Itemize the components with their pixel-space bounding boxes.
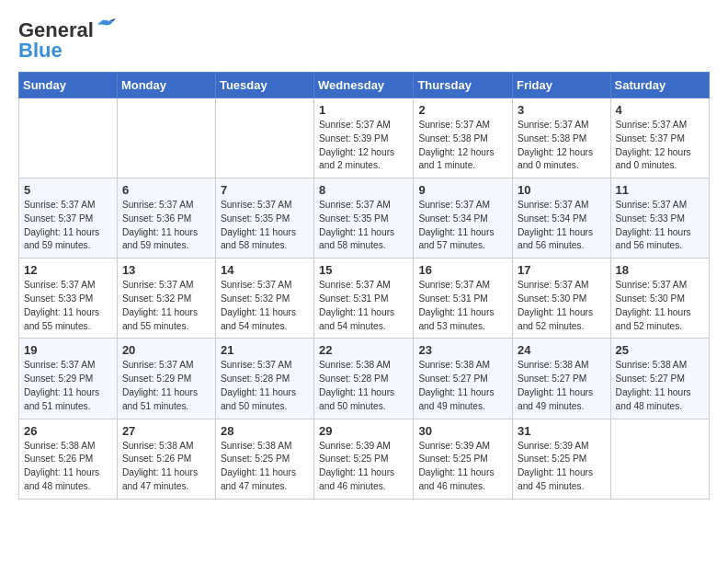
day-number: 28 [221,424,309,438]
calendar-header-row: SundayMondayTuesdayWednesdayThursdayFrid… [19,73,710,98]
day-number: 18 [616,263,704,277]
day-info: Sunrise: 5:37 AM Sunset: 5:38 PM Dayligh… [418,119,507,173]
calendar-cell [215,98,313,178]
calendar-cell: 24Sunrise: 5:38 AM Sunset: 5:27 PM Dayli… [512,339,610,419]
calendar-table: SundayMondayTuesdayWednesdayThursdayFrid… [18,72,710,500]
calendar-cell [117,98,215,178]
calendar-cell: 25Sunrise: 5:38 AM Sunset: 5:27 PM Dayli… [610,339,709,419]
day-number: 30 [418,424,507,438]
calendar-cell: 16Sunrise: 5:37 AM Sunset: 5:31 PM Dayli… [414,259,513,339]
day-info: Sunrise: 5:38 AM Sunset: 5:26 PM Dayligh… [122,440,210,494]
calendar-cell: 10Sunrise: 5:37 AM Sunset: 5:34 PM Dayli… [512,178,610,259]
day-number: 20 [122,343,210,357]
day-info: Sunrise: 5:37 AM Sunset: 5:30 PM Dayligh… [518,279,606,333]
day-number: 24 [518,343,606,357]
calendar-cell: 4Sunrise: 5:37 AM Sunset: 5:37 PM Daylig… [610,98,709,178]
day-info: Sunrise: 5:38 AM Sunset: 5:26 PM Dayligh… [24,440,112,494]
logo-bird-icon [96,17,116,34]
day-number: 26 [24,424,112,438]
day-number: 12 [24,263,112,277]
day-info: Sunrise: 5:38 AM Sunset: 5:25 PM Dayligh… [221,440,309,494]
calendar-cell: 1Sunrise: 5:37 AM Sunset: 5:39 PM Daylig… [314,98,414,178]
weekday-header-tuesday: Tuesday [215,73,313,98]
calendar-week-row: 5Sunrise: 5:37 AM Sunset: 5:37 PM Daylig… [19,178,710,259]
day-info: Sunrise: 5:37 AM Sunset: 5:31 PM Dayligh… [418,279,507,333]
calendar-cell: 13Sunrise: 5:37 AM Sunset: 5:32 PM Dayli… [117,259,215,339]
day-info: Sunrise: 5:39 AM Sunset: 5:25 PM Dayligh… [418,440,507,494]
day-number: 7 [221,183,309,197]
weekday-header-friday: Friday [512,73,610,98]
day-info: Sunrise: 5:37 AM Sunset: 5:33 PM Dayligh… [616,199,704,253]
calendar-cell: 3Sunrise: 5:37 AM Sunset: 5:38 PM Daylig… [512,98,610,178]
day-number: 15 [319,263,408,277]
calendar-cell: 18Sunrise: 5:37 AM Sunset: 5:30 PM Dayli… [610,259,709,339]
weekday-header-monday: Monday [117,73,215,98]
day-info: Sunrise: 5:37 AM Sunset: 5:32 PM Dayligh… [221,279,309,333]
day-info: Sunrise: 5:37 AM Sunset: 5:33 PM Dayligh… [24,279,112,333]
day-info: Sunrise: 5:38 AM Sunset: 5:27 PM Dayligh… [616,359,704,413]
day-number: 25 [616,343,704,357]
calendar-cell: 11Sunrise: 5:37 AM Sunset: 5:33 PM Dayli… [610,178,709,259]
day-number: 17 [518,263,606,277]
day-info: Sunrise: 5:38 AM Sunset: 5:28 PM Dayligh… [319,359,408,413]
calendar-cell: 12Sunrise: 5:37 AM Sunset: 5:33 PM Dayli… [19,259,118,339]
day-number: 6 [122,183,210,197]
day-info: Sunrise: 5:37 AM Sunset: 5:35 PM Dayligh… [319,199,408,253]
day-number: 8 [319,183,408,197]
day-number: 27 [122,424,210,438]
day-info: Sunrise: 5:37 AM Sunset: 5:28 PM Dayligh… [221,359,309,413]
day-info: Sunrise: 5:39 AM Sunset: 5:25 PM Dayligh… [518,440,606,494]
calendar-cell [610,419,709,499]
calendar-cell: 9Sunrise: 5:37 AM Sunset: 5:34 PM Daylig… [414,178,513,259]
weekday-header-wednesday: Wednesday [314,73,414,98]
logo: General Blue [18,18,116,63]
day-number: 5 [24,183,112,197]
calendar-cell: 14Sunrise: 5:37 AM Sunset: 5:32 PM Dayli… [215,259,313,339]
calendar-cell: 20Sunrise: 5:37 AM Sunset: 5:29 PM Dayli… [117,339,215,419]
day-info: Sunrise: 5:37 AM Sunset: 5:29 PM Dayligh… [122,359,210,413]
day-info: Sunrise: 5:37 AM Sunset: 5:34 PM Dayligh… [518,199,606,253]
day-info: Sunrise: 5:37 AM Sunset: 5:37 PM Dayligh… [616,119,704,173]
day-info: Sunrise: 5:37 AM Sunset: 5:30 PM Dayligh… [616,279,704,333]
day-info: Sunrise: 5:37 AM Sunset: 5:34 PM Dayligh… [418,199,507,253]
calendar-cell: 6Sunrise: 5:37 AM Sunset: 5:36 PM Daylig… [117,178,215,259]
day-info: Sunrise: 5:37 AM Sunset: 5:36 PM Dayligh… [122,199,210,253]
calendar-cell: 8Sunrise: 5:37 AM Sunset: 5:35 PM Daylig… [314,178,414,259]
day-number: 2 [418,103,507,117]
day-number: 13 [122,263,210,277]
calendar-week-row: 12Sunrise: 5:37 AM Sunset: 5:33 PM Dayli… [19,259,710,339]
day-number: 23 [418,343,507,357]
day-number: 9 [418,183,507,197]
day-info: Sunrise: 5:37 AM Sunset: 5:39 PM Dayligh… [319,119,408,173]
weekday-header-sunday: Sunday [19,73,118,98]
day-number: 19 [24,343,112,357]
calendar-cell: 23Sunrise: 5:38 AM Sunset: 5:27 PM Dayli… [414,339,513,419]
weekday-header-saturday: Saturday [610,73,709,98]
day-number: 16 [418,263,507,277]
logo-blue: Blue [18,39,63,63]
calendar-cell: 26Sunrise: 5:38 AM Sunset: 5:26 PM Dayli… [19,419,118,499]
calendar-cell: 22Sunrise: 5:38 AM Sunset: 5:28 PM Dayli… [314,339,414,419]
day-number: 14 [221,263,309,277]
day-number: 21 [221,343,309,357]
calendar-cell: 28Sunrise: 5:38 AM Sunset: 5:25 PM Dayli… [215,419,313,499]
calendar-cell: 7Sunrise: 5:37 AM Sunset: 5:35 PM Daylig… [215,178,313,259]
calendar-cell: 31Sunrise: 5:39 AM Sunset: 5:25 PM Dayli… [512,419,610,499]
calendar-cell: 29Sunrise: 5:39 AM Sunset: 5:25 PM Dayli… [314,419,414,499]
calendar-cell: 5Sunrise: 5:37 AM Sunset: 5:37 PM Daylig… [19,178,118,259]
day-number: 4 [616,103,704,117]
day-info: Sunrise: 5:38 AM Sunset: 5:27 PM Dayligh… [518,359,606,413]
day-info: Sunrise: 5:37 AM Sunset: 5:37 PM Dayligh… [24,199,112,253]
calendar-cell: 21Sunrise: 5:37 AM Sunset: 5:28 PM Dayli… [215,339,313,419]
day-info: Sunrise: 5:37 AM Sunset: 5:29 PM Dayligh… [24,359,112,413]
day-number: 11 [616,183,704,197]
day-info: Sunrise: 5:38 AM Sunset: 5:27 PM Dayligh… [418,359,507,413]
day-number: 22 [319,343,408,357]
day-number: 10 [518,183,606,197]
day-info: Sunrise: 5:37 AM Sunset: 5:31 PM Dayligh… [319,279,408,333]
page-header: General Blue [18,18,710,63]
calendar-week-row: 1Sunrise: 5:37 AM Sunset: 5:39 PM Daylig… [19,98,710,178]
calendar-cell: 30Sunrise: 5:39 AM Sunset: 5:25 PM Dayli… [414,419,513,499]
day-number: 1 [319,103,408,117]
day-info: Sunrise: 5:37 AM Sunset: 5:38 PM Dayligh… [518,119,606,173]
